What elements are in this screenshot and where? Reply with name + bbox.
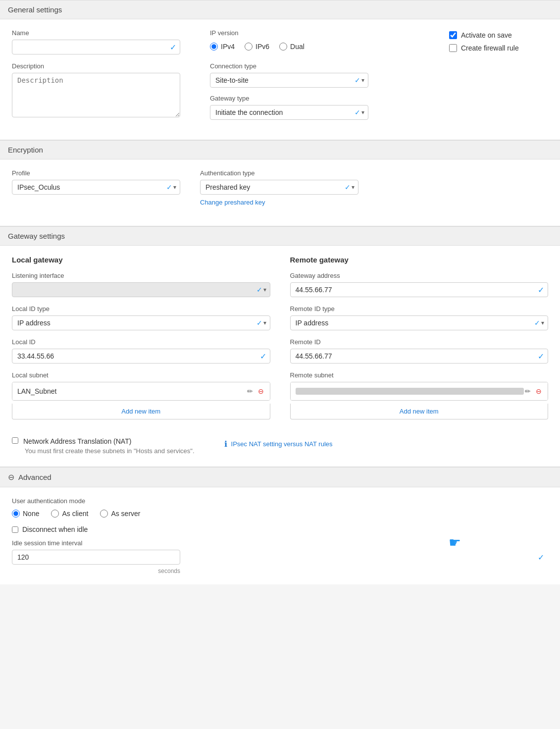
- ipv6-radio[interactable]: [245, 43, 253, 51]
- auth-none-option[interactable]: None: [12, 510, 39, 518]
- idle-check-icon: ✓: [538, 553, 544, 562]
- auth-type-select[interactable]: Preshared key Certificate: [200, 180, 358, 195]
- local-subnet-group: Local subnet LAN_Subnet ✏ ⊖ Add new item: [12, 371, 270, 419]
- advanced-header: ⊖ Advanced: [0, 467, 560, 487]
- auth-type-label: Authentication type: [200, 169, 358, 177]
- local-id-group: Local ID ✓: [12, 338, 270, 364]
- ipv6-option[interactable]: IPv6: [245, 43, 269, 51]
- nat-left: Network Address Translation (NAT) You mu…: [12, 437, 195, 455]
- change-preshared-key-link[interactable]: Change preshared key: [200, 199, 358, 206]
- local-subnet-edit-btn[interactable]: ✏: [246, 386, 254, 396]
- local-id-check-icon: ✓: [260, 352, 266, 361]
- local-subnet-delete-btn[interactable]: ⊖: [257, 386, 265, 396]
- ip-version-radio-group: IPv4 IPv6 Dual: [210, 40, 305, 51]
- idle-session-label: Idle session time interval: [12, 539, 548, 547]
- remote-subnet-actions: ✏ ⊖: [524, 386, 543, 396]
- ipv4-radio[interactable]: [210, 43, 218, 51]
- auth-type-group: Authentication type Preshared key Certif…: [200, 169, 358, 195]
- general-settings-body: Name ✓ IP version IPv4 IPv6 Dual: [0, 19, 560, 140]
- remote-subnet-edit-btn[interactable]: ✏: [524, 386, 532, 396]
- gateway-settings-header: Gateway settings: [0, 226, 560, 246]
- remote-id-input[interactable]: [290, 349, 549, 364]
- idle-session-input[interactable]: [12, 550, 180, 565]
- encryption-row: Profile IPsec_Oculus Default Custom ✓ ▾ …: [12, 169, 548, 206]
- remote-subnet-blurred: [296, 388, 524, 395]
- description-textarea[interactable]: [12, 73, 180, 117]
- connection-type-select[interactable]: Site-to-site Remote access VTI: [210, 73, 368, 88]
- general-settings-title: General settings: [8, 5, 62, 14]
- advanced-toggle-icon[interactable]: ⊖: [8, 472, 14, 482]
- disconnect-when-idle-checkbox[interactable]: [12, 526, 18, 533]
- nat-checkbox[interactable]: [12, 437, 18, 444]
- gateway-type-label: Gateway type: [210, 95, 368, 102]
- ipv4-option[interactable]: IPv4: [210, 43, 235, 51]
- connection-gateway-group: Connection type Site-to-site Remote acce…: [210, 62, 368, 120]
- create-firewall-rule-checkbox[interactable]: [449, 44, 457, 52]
- local-id-type-label: Local ID type: [12, 305, 270, 312]
- remote-id-type-select[interactable]: IP address FQDN Email: [290, 315, 549, 330]
- encryption-header: Encryption: [0, 140, 560, 159]
- info-icon: ℹ: [224, 439, 227, 449]
- local-subnet-label: Local subnet: [12, 371, 270, 379]
- user-auth-radio-group: None As client As server: [12, 510, 548, 518]
- local-id-type-select-wrapper: IP address FQDN Email ✓ ▾: [12, 315, 270, 330]
- remote-subnet-label: Remote subnet: [290, 371, 549, 379]
- dual-option[interactable]: Dual: [279, 43, 305, 51]
- encryption-body: Profile IPsec_Oculus Default Custom ✓ ▾ …: [0, 159, 560, 226]
- idle-group: Idle session time interval ✓ seconds: [12, 539, 548, 574]
- remote-add-item-btn[interactable]: Add new item: [290, 404, 549, 419]
- listening-interface-select[interactable]: [12, 282, 270, 297]
- gateway-address-group: Gateway address ✓: [290, 272, 549, 297]
- advanced-title: Advanced: [18, 473, 51, 481]
- remote-subnet-group: Remote subnet ✏ ⊖ Add new item: [290, 371, 549, 419]
- general-settings-header: General settings: [0, 0, 560, 19]
- remote-id-type-label: Remote ID type: [290, 305, 549, 312]
- create-firewall-rule-item[interactable]: Create firewall rule: [449, 44, 548, 52]
- disconnect-row: Disconnect when idle: [12, 525, 548, 533]
- connection-type-label: Connection type: [210, 62, 368, 70]
- name-input-wrapper: ✓: [12, 40, 180, 54]
- activate-on-save-checkbox[interactable]: [449, 31, 457, 39]
- name-input[interactable]: [12, 40, 180, 54]
- activate-on-save-item[interactable]: Activate on save: [449, 31, 548, 39]
- local-id-input[interactable]: [12, 349, 270, 364]
- ip-version-label: IP version: [210, 29, 305, 37]
- connection-type-group: Connection type Site-to-site Remote acce…: [210, 62, 368, 88]
- profile-group: Profile IPsec_Oculus Default Custom ✓ ▾: [12, 169, 180, 195]
- name-label: Name: [12, 29, 180, 37]
- profile-select[interactable]: IPsec_Oculus Default Custom: [12, 180, 180, 195]
- disconnect-when-idle-label: Disconnect when idle: [22, 525, 88, 533]
- listening-interface-label: Listening interface: [12, 272, 270, 279]
- ipsec-nat-link[interactable]: IPsec NAT setting versus NAT rules: [231, 440, 333, 448]
- remote-id-check-icon: ✓: [538, 352, 544, 361]
- local-subnet-actions: ✏ ⊖: [246, 386, 265, 396]
- nat-description: You must first create these subnets in "…: [25, 447, 195, 455]
- remote-gateway-col: Remote gateway Gateway address ✓ Remote …: [290, 256, 549, 427]
- gateway-settings-body: Local gateway Listening interface ✓ ▾ Lo…: [0, 246, 560, 467]
- local-id-type-group: Local ID type IP address FQDN Email ✓ ▾: [12, 305, 270, 330]
- auth-client-radio[interactable]: [51, 510, 59, 518]
- ip-version-group: IP version IPv4 IPv6 Dual: [210, 29, 305, 51]
- auth-none-label: None: [23, 510, 39, 518]
- remote-subnet-delete-btn[interactable]: ⊖: [535, 386, 543, 396]
- seconds-label: seconds: [12, 568, 180, 574]
- local-id-type-select[interactable]: IP address FQDN Email: [12, 315, 270, 330]
- create-firewall-rule-label: Create firewall rule: [461, 44, 519, 52]
- local-add-item-btn[interactable]: Add new item: [12, 404, 270, 419]
- gateway-address-input[interactable]: [290, 282, 549, 297]
- remote-id-type-select-wrapper: IP address FQDN Email ✓ ▾: [290, 315, 549, 330]
- local-id-input-wrapper: ✓: [12, 349, 270, 364]
- ipv4-label: IPv4: [221, 43, 235, 51]
- auth-server-option[interactable]: As server: [100, 510, 140, 518]
- auth-server-radio[interactable]: [100, 510, 108, 518]
- dual-radio[interactable]: [279, 43, 287, 51]
- advanced-body: User authentication mode None As client …: [0, 487, 560, 584]
- remote-id-label: Remote ID: [290, 338, 549, 346]
- gateway-address-input-wrapper: ✓: [290, 282, 549, 297]
- listening-interface-select-wrapper: ✓ ▾: [12, 282, 270, 297]
- auth-none-radio[interactable]: [12, 510, 20, 518]
- name-group: Name ✓: [12, 29, 180, 54]
- auth-client-option[interactable]: As client: [51, 510, 88, 518]
- gateway-type-select[interactable]: Initiate the connection Respond only Bid…: [210, 105, 368, 120]
- auth-client-label: As client: [62, 510, 88, 518]
